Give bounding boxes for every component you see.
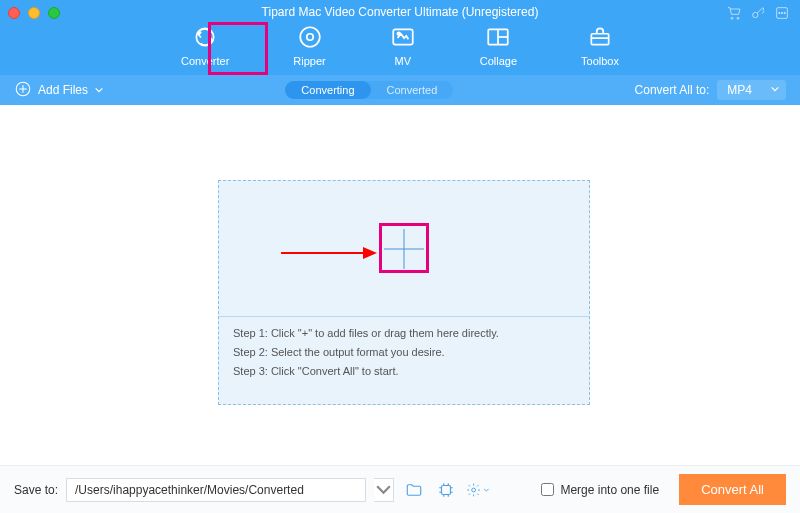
step-text: Step 1: Click "+" to add files or drag t… [233,327,575,339]
svg-rect-21 [442,485,451,494]
ripper-icon [297,24,323,52]
tab-collage[interactable]: Collage [472,20,525,71]
format-value: MP4 [727,83,752,97]
drop-zone[interactable]: Step 1: Click "+" to add files or drag t… [218,180,590,405]
tab-mv[interactable]: MV [382,20,424,71]
gear-icon [466,481,481,499]
chevron-down-icon [483,486,490,494]
tab-label: MV [394,55,411,67]
chevron-down-icon [94,85,104,95]
add-files-label: Add Files [38,83,88,97]
merge-label: Merge into one file [560,483,659,497]
svg-point-2 [753,12,758,17]
save-path-dropdown[interactable] [374,478,394,502]
tab-label: Collage [480,55,517,67]
step-text: Step 2: Select the output format you des… [233,346,575,358]
segment-converted[interactable]: Converted [371,81,454,99]
svg-rect-15 [591,34,608,45]
add-files-plus-button[interactable] [382,227,426,271]
svg-point-4 [779,12,780,13]
tab-label: Converter [181,55,229,67]
open-folder-button[interactable] [402,478,426,502]
annotation-arrow [281,243,377,263]
tab-converter[interactable]: Converter [173,20,237,71]
save-path-value: /Users/ihappyacethinker/Movies/Converted [75,483,304,497]
converter-icon [192,24,218,52]
tab-ripper[interactable]: Ripper [285,20,333,71]
step-text: Step 3: Click "Convert All" to start. [233,365,575,377]
gpu-accel-button[interactable] [434,478,458,502]
save-to-label: Save to: [14,483,58,497]
chip-icon [437,481,455,499]
segment-converting[interactable]: Converting [285,81,370,99]
convert-all-button[interactable]: Convert All [679,474,786,505]
header-bar: Tipard Mac Video Converter Ultimate (Unr… [0,0,800,75]
plus-circle-icon [14,80,32,101]
convert-all-to-label: Convert All to: [635,83,710,97]
window-title: Tipard Mac Video Converter Ultimate (Unr… [0,5,800,19]
status-segment: Converting Converted [285,81,453,99]
svg-point-11 [397,32,400,35]
save-path-field[interactable]: /Users/ihappyacethinker/Movies/Converted [66,478,366,502]
svg-point-6 [784,12,785,13]
svg-point-5 [781,12,782,13]
settings-button[interactable] [466,478,490,502]
sub-toolbar: Add Files Converting Converted Convert A… [0,75,800,105]
svg-point-7 [197,28,214,45]
tab-label: Ripper [293,55,325,67]
footer-bar: Save to: /Users/ihappyacethinker/Movies/… [0,465,800,513]
merge-checkbox-group[interactable]: Merge into one file [541,483,659,497]
tab-toolbox[interactable]: Toolbox [573,20,627,71]
mv-icon [390,24,416,52]
instruction-steps: Step 1: Click "+" to add files or drag t… [219,316,589,394]
output-format-dropdown[interactable]: MP4 [717,80,786,100]
convert-all-to: Convert All to: MP4 [635,80,786,100]
add-files-button[interactable]: Add Files [14,80,104,101]
main-area: Step 1: Click "+" to add files or drag t… [0,105,800,453]
tab-label: Toolbox [581,55,619,67]
svg-point-22 [472,488,476,492]
toolbox-icon [587,24,613,52]
chevron-down-icon [374,480,393,499]
folder-icon [405,481,423,499]
merge-checkbox[interactable] [541,483,554,496]
svg-marker-20 [363,247,377,259]
svg-point-9 [306,34,313,41]
svg-point-8 [300,27,320,47]
main-tabs: Converter Ripper MV Collage Toolbox [0,20,800,75]
chevron-down-icon [770,84,780,94]
drop-zone-top [219,181,589,316]
collage-icon [485,24,511,52]
